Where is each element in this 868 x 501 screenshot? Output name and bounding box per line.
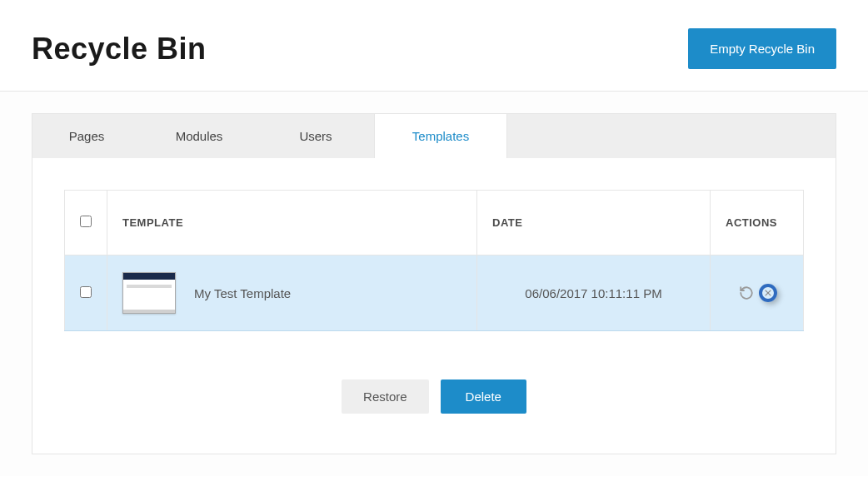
restore-icon[interactable]	[737, 284, 756, 302]
tab-modules[interactable]: Modules	[141, 114, 257, 158]
recycle-bin-panel: Pages Modules Users Templates TEMPLATE D…	[32, 113, 836, 454]
row-checkbox[interactable]	[80, 286, 92, 298]
tab-bar: Pages Modules Users Templates	[32, 114, 836, 158]
delete-button[interactable]: Delete	[441, 379, 526, 414]
column-header-template: TEMPLATE	[107, 191, 477, 255]
select-all-header	[65, 191, 107, 255]
template-name: My Test Template	[194, 286, 291, 300]
page-title: Recycle Bin	[32, 32, 207, 67]
tab-pages[interactable]: Pages	[32, 114, 141, 158]
tab-users[interactable]: Users	[257, 114, 374, 158]
table-row: My Test Template 06/06/2017 10:11:11 PM	[65, 255, 804, 331]
footer-buttons: Restore Delete	[64, 379, 804, 414]
delete-icon[interactable]	[759, 284, 777, 302]
restore-button[interactable]: Restore	[342, 379, 429, 414]
template-thumbnail	[122, 272, 176, 314]
select-all-checkbox[interactable]	[80, 216, 92, 227]
column-header-actions: ACTIONS	[711, 191, 804, 255]
column-header-date: DATE	[477, 191, 711, 255]
templates-table: TEMPLATE DATE ACTIONS My Test Temp	[64, 190, 804, 331]
empty-recycle-bin-button[interactable]: Empty Recycle Bin	[688, 28, 836, 69]
template-date: 06/06/2017 10:11:11 PM	[525, 286, 661, 300]
tab-templates[interactable]: Templates	[374, 113, 507, 158]
tab-content: TEMPLATE DATE ACTIONS My Test Temp	[32, 158, 836, 454]
